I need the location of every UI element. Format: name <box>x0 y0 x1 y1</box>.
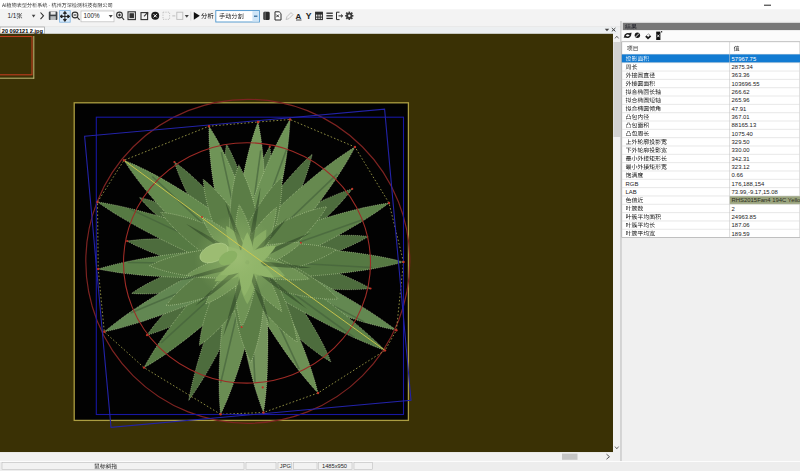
svg-text:367.01: 367.01 <box>732 114 750 120</box>
svg-text:323.12: 323.12 <box>732 164 750 170</box>
svg-text:24963.85: 24963.85 <box>732 214 757 220</box>
svg-text:1/1: 1/1 <box>8 12 17 19</box>
svg-text:0.66: 0.66 <box>732 172 744 178</box>
svg-text:330.00: 330.00 <box>732 147 751 153</box>
svg-text:2: 2 <box>732 206 735 212</box>
svg-text:189.59: 189.59 <box>732 231 750 237</box>
svg-text:100%: 100% <box>84 12 101 19</box>
svg-text:Y: Y <box>306 11 312 21</box>
svg-text:1075.40: 1075.40 <box>732 131 754 137</box>
svg-text:LAB: LAB <box>626 189 637 195</box>
svg-text:2875.34: 2875.34 <box>732 64 754 70</box>
svg-text:363.36: 363.36 <box>732 72 751 78</box>
svg-text:176,188,154: 176,188,154 <box>732 181 765 187</box>
svg-text:RHS2015Fan4 194C Yellow: RHS2015Fan4 194C Yellow <box>732 197 800 203</box>
svg-text:265.96: 265.96 <box>732 97 751 103</box>
svg-text:47.91: 47.91 <box>732 106 747 112</box>
svg-text:20 092121 2.jpg: 20 092121 2.jpg <box>2 28 44 34</box>
svg-text:JPG: JPG <box>280 463 291 469</box>
svg-text:RGB: RGB <box>626 181 639 187</box>
svg-text:88165.13: 88165.13 <box>732 122 757 128</box>
svg-text:342.31: 342.31 <box>732 156 750 162</box>
svg-text:329.50: 329.50 <box>732 139 751 145</box>
svg-text:57967.75: 57967.75 <box>732 56 757 62</box>
svg-text:266.62: 266.62 <box>732 89 750 95</box>
svg-text:73.99,-9.17,15.08: 73.99,-9.17,15.08 <box>732 189 779 195</box>
svg-text:1485x950: 1485x950 <box>322 463 347 469</box>
svg-text:187.06: 187.06 <box>732 222 751 228</box>
svg-text:103696.55: 103696.55 <box>732 81 761 87</box>
